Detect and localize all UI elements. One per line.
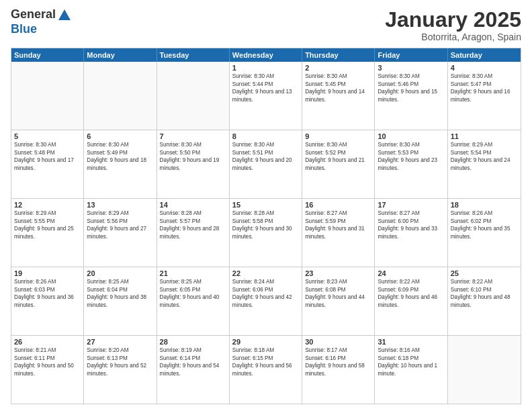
calendar-row: 26Sunrise: 8:21 AM Sunset: 6:11 PM Dayli… [11, 336, 521, 404]
weekday-header: Tuesday [157, 48, 230, 62]
cell-sun-info: Sunrise: 8:17 AM Sunset: 6:16 PM Dayligh… [305, 347, 371, 377]
cell-day-number: 25 [451, 269, 518, 277]
cell-sun-info: Sunrise: 8:26 AM Sunset: 6:02 PM Dayligh… [451, 210, 518, 240]
calendar-header: SundayMondayTuesdayWednesdayThursdayFrid… [11, 48, 521, 62]
cell-day-number: 18 [451, 201, 518, 209]
logo-icon [57, 8, 72, 23]
header: General Blue January 2025 Botorrita, Ara… [11, 8, 521, 42]
calendar-cell: 24Sunrise: 8:22 AM Sunset: 6:09 PM Dayli… [375, 267, 447, 335]
cell-day-number: 31 [378, 338, 444, 346]
calendar-row: 1Sunrise: 8:30 AM Sunset: 5:44 PM Daylig… [11, 62, 521, 130]
calendar-cell: 1Sunrise: 8:30 AM Sunset: 5:44 PM Daylig… [230, 62, 302, 130]
page: General Blue January 2025 Botorrita, Ara… [0, 0, 532, 411]
calendar-cell: 9Sunrise: 8:30 AM Sunset: 5:52 PM Daylig… [302, 130, 375, 198]
cell-day-number: 15 [232, 201, 299, 209]
cell-sun-info: Sunrise: 8:30 AM Sunset: 5:50 PM Dayligh… [160, 141, 226, 172]
calendar-cell: 13Sunrise: 8:29 AM Sunset: 5:56 PM Dayli… [84, 199, 157, 267]
cell-sun-info: Sunrise: 8:27 AM Sunset: 6:00 PM Dayligh… [378, 210, 444, 240]
calendar: SundayMondayTuesdayWednesdayThursdayFrid… [11, 48, 521, 404]
cell-day-number: 5 [14, 132, 81, 140]
calendar-cell [448, 336, 521, 404]
cell-sun-info: Sunrise: 8:22 AM Sunset: 6:10 PM Dayligh… [451, 278, 518, 309]
cell-day-number: 19 [14, 269, 81, 277]
cell-sun-info: Sunrise: 8:21 AM Sunset: 6:11 PM Dayligh… [14, 347, 81, 377]
cell-day-number: 21 [160, 269, 226, 277]
cell-day-number: 1 [232, 64, 299, 72]
calendar-cell [84, 62, 157, 130]
weekday-header: Saturday [448, 48, 521, 62]
cell-sun-info: Sunrise: 8:26 AM Sunset: 6:03 PM Dayligh… [14, 278, 81, 309]
cell-sun-info: Sunrise: 8:30 AM Sunset: 5:52 PM Dayligh… [305, 141, 371, 172]
calendar-cell [157, 62, 230, 130]
cell-sun-info: Sunrise: 8:30 AM Sunset: 5:44 PM Dayligh… [232, 73, 299, 103]
calendar-cell: 22Sunrise: 8:24 AM Sunset: 6:06 PM Dayli… [230, 267, 302, 335]
calendar-cell: 6Sunrise: 8:30 AM Sunset: 5:49 PM Daylig… [84, 130, 157, 198]
cell-sun-info: Sunrise: 8:28 AM Sunset: 5:58 PM Dayligh… [232, 210, 299, 240]
calendar-cell [11, 62, 84, 130]
cell-sun-info: Sunrise: 8:30 AM Sunset: 5:49 PM Dayligh… [87, 141, 153, 172]
cell-sun-info: Sunrise: 8:29 AM Sunset: 5:54 PM Dayligh… [451, 141, 518, 172]
weekday-header: Monday [84, 48, 157, 62]
calendar-row: 19Sunrise: 8:26 AM Sunset: 6:03 PM Dayli… [11, 267, 521, 336]
cell-sun-info: Sunrise: 8:25 AM Sunset: 6:04 PM Dayligh… [87, 278, 153, 309]
calendar-cell: 25Sunrise: 8:22 AM Sunset: 6:10 PM Dayli… [448, 267, 521, 335]
cell-sun-info: Sunrise: 8:30 AM Sunset: 5:53 PM Dayligh… [378, 141, 444, 172]
cell-sun-info: Sunrise: 8:30 AM Sunset: 5:46 PM Dayligh… [378, 73, 444, 103]
cell-day-number: 7 [160, 132, 226, 140]
cell-day-number: 8 [232, 132, 299, 140]
cell-sun-info: Sunrise: 8:29 AM Sunset: 5:56 PM Dayligh… [87, 210, 153, 240]
cell-day-number: 17 [378, 201, 444, 209]
cell-day-number: 30 [305, 338, 371, 346]
calendar-cell: 7Sunrise: 8:30 AM Sunset: 5:50 PM Daylig… [157, 130, 230, 198]
weekday-header: Friday [375, 48, 447, 62]
cell-sun-info: Sunrise: 8:30 AM Sunset: 5:45 PM Dayligh… [305, 73, 371, 103]
calendar-cell: 2Sunrise: 8:30 AM Sunset: 5:45 PM Daylig… [302, 62, 375, 130]
cell-day-number: 22 [232, 269, 299, 277]
calendar-cell: 10Sunrise: 8:30 AM Sunset: 5:53 PM Dayli… [375, 130, 447, 198]
cell-day-number: 23 [305, 269, 371, 277]
cell-sun-info: Sunrise: 8:30 AM Sunset: 5:48 PM Dayligh… [14, 141, 81, 172]
cell-day-number: 6 [87, 132, 153, 140]
cell-day-number: 3 [378, 64, 444, 72]
cell-day-number: 16 [305, 201, 371, 209]
cell-sun-info: Sunrise: 8:30 AM Sunset: 5:51 PM Dayligh… [232, 141, 299, 172]
calendar-cell: 16Sunrise: 8:27 AM Sunset: 5:59 PM Dayli… [302, 199, 375, 267]
svg-marker-0 [58, 9, 71, 20]
cell-sun-info: Sunrise: 8:27 AM Sunset: 5:59 PM Dayligh… [305, 210, 371, 240]
title-block: January 2025 Botorrita, Aragon, Spain [385, 8, 521, 42]
location: Botorrita, Aragon, Spain [385, 32, 521, 42]
logo: General Blue [11, 8, 72, 36]
calendar-cell: 17Sunrise: 8:27 AM Sunset: 6:00 PM Dayli… [375, 199, 447, 267]
cell-sun-info: Sunrise: 8:28 AM Sunset: 5:57 PM Dayligh… [160, 210, 226, 240]
calendar-cell: 23Sunrise: 8:23 AM Sunset: 6:08 PM Dayli… [302, 267, 375, 335]
calendar-cell: 29Sunrise: 8:18 AM Sunset: 6:15 PM Dayli… [230, 336, 302, 404]
calendar-body: 1Sunrise: 8:30 AM Sunset: 5:44 PM Daylig… [11, 62, 521, 404]
cell-sun-info: Sunrise: 8:18 AM Sunset: 6:15 PM Dayligh… [232, 347, 299, 377]
logo-blue: Blue [11, 23, 72, 36]
calendar-cell: 28Sunrise: 8:19 AM Sunset: 6:14 PM Dayli… [157, 336, 230, 404]
weekday-header: Sunday [11, 48, 84, 62]
calendar-cell: 31Sunrise: 8:16 AM Sunset: 6:18 PM Dayli… [375, 336, 447, 404]
month-title: January 2025 [385, 8, 521, 32]
calendar-cell: 19Sunrise: 8:26 AM Sunset: 6:03 PM Dayli… [11, 267, 84, 335]
cell-day-number: 10 [378, 132, 444, 140]
calendar-cell: 4Sunrise: 8:30 AM Sunset: 5:47 PM Daylig… [448, 62, 521, 130]
cell-sun-info: Sunrise: 8:22 AM Sunset: 6:09 PM Dayligh… [378, 278, 444, 309]
cell-sun-info: Sunrise: 8:23 AM Sunset: 6:08 PM Dayligh… [305, 278, 371, 309]
calendar-cell: 12Sunrise: 8:29 AM Sunset: 5:55 PM Dayli… [11, 199, 84, 267]
calendar-row: 5Sunrise: 8:30 AM Sunset: 5:48 PM Daylig… [11, 130, 521, 199]
weekday-header: Thursday [302, 48, 375, 62]
calendar-cell: 5Sunrise: 8:30 AM Sunset: 5:48 PM Daylig… [11, 130, 84, 198]
cell-sun-info: Sunrise: 8:24 AM Sunset: 6:06 PM Dayligh… [232, 278, 299, 309]
cell-sun-info: Sunrise: 8:30 AM Sunset: 5:47 PM Dayligh… [451, 73, 518, 103]
cell-day-number: 9 [305, 132, 371, 140]
calendar-cell: 11Sunrise: 8:29 AM Sunset: 5:54 PM Dayli… [448, 130, 521, 198]
cell-day-number: 14 [160, 201, 226, 209]
calendar-cell: 21Sunrise: 8:25 AM Sunset: 6:05 PM Dayli… [157, 267, 230, 335]
cell-day-number: 28 [160, 338, 226, 346]
logo-text: General Blue [11, 8, 72, 36]
cell-sun-info: Sunrise: 8:19 AM Sunset: 6:14 PM Dayligh… [160, 347, 226, 377]
calendar-cell: 20Sunrise: 8:25 AM Sunset: 6:04 PM Dayli… [84, 267, 157, 335]
cell-sun-info: Sunrise: 8:29 AM Sunset: 5:55 PM Dayligh… [14, 210, 81, 240]
cell-day-number: 26 [14, 338, 81, 346]
